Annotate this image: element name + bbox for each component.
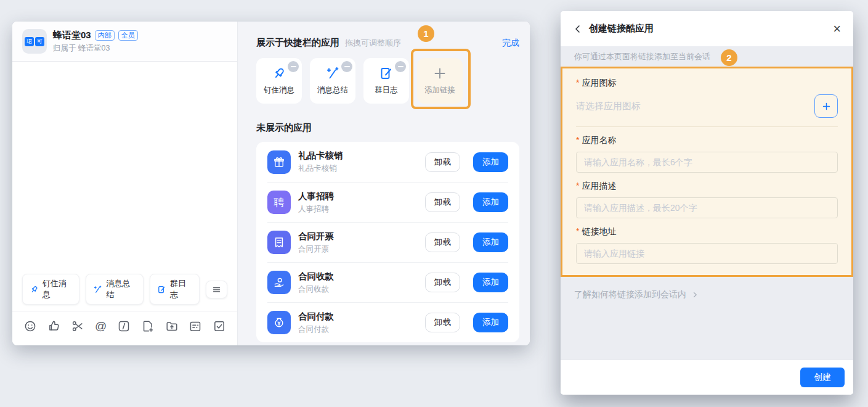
group-chat-window: 珺 可 蜂语堂03 内部 全员 归属于 蜂语堂03 钉住消息: [12, 22, 530, 345]
field-app-icon: *应用图标 请选择应用图标: [576, 78, 838, 127]
badge-all-members: 全员: [118, 30, 138, 41]
app-name: 人事招聘: [298, 191, 418, 202]
add-button[interactable]: 添加: [473, 273, 508, 292]
uninstall-button[interactable]: 卸载: [425, 152, 460, 172]
add-button[interactable]: 添加: [473, 152, 508, 172]
icon-picker-placeholder: 请选择应用图标: [576, 101, 814, 112]
scissors-icon[interactable]: [71, 319, 84, 333]
journal-icon: [157, 285, 166, 294]
create-link-form: *应用图标 请选择应用图标 *应用名称 *应用描述 *链接地址: [561, 67, 853, 277]
chat-title-block: 蜂语堂03 内部 全员 归属于 蜂语堂03: [53, 30, 138, 54]
hidden-apps-title: 未展示的应用: [256, 122, 519, 134]
chip-pin-message[interactable]: 钉住消息: [22, 274, 79, 305]
settings-title: 展示于快捷栏的应用: [256, 37, 339, 49]
annotation-step-2: 2: [721, 49, 737, 66]
field-label: 链接地址: [582, 226, 616, 236]
file-add-icon[interactable]: [141, 319, 155, 333]
recruit-char-icon: 聘: [267, 191, 291, 214]
thumbs-up-icon[interactable]: [47, 319, 61, 333]
quick-card-label: 消息总结: [317, 85, 348, 96]
done-button[interactable]: 完成: [502, 38, 519, 49]
required-mark: *: [576, 135, 579, 145]
chat-message-area: [12, 62, 237, 269]
chip-label: 消息总结: [106, 278, 136, 300]
app-desc: 合同付款: [298, 324, 418, 335]
settings-header: 展示于快捷栏的应用 拖拽可调整顺序 完成: [256, 37, 519, 49]
quick-card-pin-message[interactable]: 钉住消息: [256, 58, 302, 104]
group-subtitle: 归属于 蜂语堂03: [53, 43, 138, 54]
dialog-footer: 创建: [561, 360, 853, 395]
close-icon[interactable]: ×: [833, 22, 841, 36]
plus-icon: [821, 101, 832, 112]
annotation-step-1: 1: [418, 25, 434, 42]
link-url-input[interactable]: [576, 243, 838, 264]
slash-command-icon[interactable]: [117, 319, 131, 333]
pin-icon: [30, 285, 39, 294]
folder-upload-icon[interactable]: [165, 319, 179, 333]
chip-more-menu[interactable]: [206, 281, 227, 298]
invoice-icon: [267, 231, 291, 254]
app-name: 合同开票: [298, 231, 418, 242]
hidden-apps-list: 礼品卡核销 礼品卡核销 卸载 添加 聘 人事招聘 人事招聘 卸载 添加: [256, 142, 519, 342]
receive-money-icon: [267, 271, 291, 294]
menu-icon: [212, 285, 221, 294]
remove-icon[interactable]: [341, 61, 352, 72]
field-label: 应用名称: [582, 135, 616, 145]
avatar-tile: 珺: [25, 37, 34, 46]
app-name-input[interactable]: [576, 152, 838, 173]
create-button[interactable]: 创建: [800, 368, 845, 387]
magic-wand-icon: [325, 66, 340, 81]
quickbar-settings-panel: 展示于快捷栏的应用 拖拽可调整顺序 完成 钉住消息 消息总结: [237, 22, 530, 345]
add-button[interactable]: 添加: [473, 313, 508, 332]
mention-icon[interactable]: @: [95, 319, 107, 333]
back-icon[interactable]: [573, 24, 583, 34]
chat-column: 珺 可 蜂语堂03 内部 全员 归属于 蜂语堂03 钉住消息: [12, 22, 237, 345]
uninstall-button[interactable]: 卸载: [425, 232, 460, 252]
chip-group-journal[interactable]: 群日志: [150, 274, 200, 305]
chip-label: 钉住消息: [43, 278, 72, 300]
quick-card-add-link[interactable]: 添加链接: [417, 58, 463, 104]
uninstall-button[interactable]: 卸载: [425, 192, 460, 212]
emoji-icon[interactable]: [23, 319, 37, 333]
journal-icon: [379, 66, 394, 81]
quick-card-label: 钉住消息: [264, 85, 294, 96]
add-button[interactable]: 添加: [473, 192, 508, 212]
app-name: 合同收款: [298, 271, 418, 282]
group-title: 蜂语堂03: [53, 30, 91, 41]
dialog-title: 创建链接酷应用: [589, 23, 654, 35]
gift-icon: [267, 150, 291, 174]
group-avatar: 珺 可: [22, 29, 47, 54]
uninstall-button[interactable]: 卸载: [425, 313, 460, 332]
list-item-contract-pay: 合同付款 合同付款 卸载 添加: [267, 302, 508, 342]
quick-card-group-journal[interactable]: 群日志: [363, 58, 409, 104]
dialog-body: 了解如何将链接添加到会话内: [561, 277, 853, 360]
app-desc-input[interactable]: [576, 197, 838, 218]
create-link-app-dialog: 创建链接酷应用 × 你可通过本页面将链接添加至当前会话 2 *应用图标 请选择应…: [561, 11, 853, 395]
quick-card-message-summary[interactable]: 消息总结: [310, 58, 355, 104]
field-app-desc: *应用描述: [576, 181, 838, 218]
quickbar-apps-row: 钉住消息 消息总结 群日志 1: [256, 58, 519, 104]
list-item-recruiting: 聘 人事招聘 人事招聘 卸载 添加: [267, 182, 508, 222]
pay-money-icon: [267, 311, 291, 334]
dialog-subtitle: 你可通过本页面将链接添加至当前会话: [574, 51, 710, 62]
help-link[interactable]: 了解如何将链接添加到会话内: [574, 289, 840, 300]
chip-message-summary[interactable]: 消息总结: [86, 274, 143, 305]
remove-icon[interactable]: [288, 61, 299, 72]
quick-chips-row: 钉住消息 消息总结 群日志: [12, 269, 237, 311]
select-icon-button[interactable]: [814, 94, 838, 118]
schedule-icon[interactable]: [189, 319, 202, 333]
list-item-contract-invoice: 合同开票 合同开票 卸载 添加: [267, 222, 508, 262]
app-desc: 合同开票: [298, 244, 418, 255]
field-app-name: *应用名称: [576, 135, 838, 173]
todo-icon[interactable]: [213, 319, 226, 333]
settings-hint: 拖拽可调整顺序: [345, 38, 401, 49]
uninstall-button[interactable]: 卸载: [425, 273, 460, 292]
avatar-tile: 可: [35, 37, 44, 46]
remove-icon[interactable]: [395, 61, 406, 72]
required-mark: *: [576, 181, 579, 191]
chat-header: 珺 可 蜂语堂03 内部 全员 归属于 蜂语堂03: [12, 22, 237, 62]
add-button[interactable]: 添加: [473, 232, 508, 252]
app-name: 礼品卡核销: [298, 150, 418, 162]
app-desc: 人事招聘: [298, 204, 418, 215]
field-label: 应用图标: [582, 78, 616, 88]
